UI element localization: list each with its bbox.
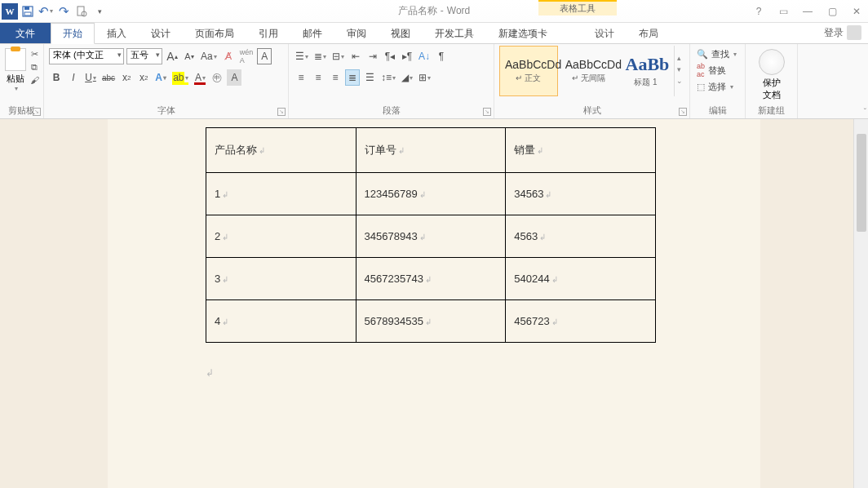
- tab-design[interactable]: 设计: [139, 23, 183, 43]
- cut-button[interactable]: ✂: [28, 48, 41, 60]
- style-normal[interactable]: AaBbCcDd ↵ 正文: [499, 46, 558, 96]
- paste-button[interactable]: 粘贴 ▾: [5, 47, 26, 104]
- tab-home[interactable]: 开始: [51, 23, 95, 44]
- styles-gallery-more[interactable]: ▴▾⌄: [674, 46, 685, 96]
- table-cell[interactable]: 345678943↲: [356, 215, 506, 258]
- table-row[interactable]: 2↲ 345678943↲ 4563↲: [206, 215, 656, 258]
- minimize-button[interactable]: —: [796, 3, 819, 20]
- tab-view[interactable]: 视图: [379, 23, 423, 43]
- bullets-button[interactable]: ☰▾: [294, 48, 310, 64]
- tab-table-design[interactable]: 设计: [582, 23, 627, 43]
- qat-more-button[interactable]: ▾: [91, 3, 108, 20]
- style-heading1[interactable]: AaBb 标题 1: [620, 46, 672, 96]
- table-row[interactable]: 4↲ 5678934535↲ 456723↲: [206, 300, 656, 343]
- table-cell[interactable]: 34563↲: [506, 173, 656, 215]
- font-dialog-launcher[interactable]: ↘: [277, 108, 286, 116]
- table-cell[interactable]: 456723↲: [506, 300, 656, 343]
- table-cell[interactable]: 2↲: [206, 215, 356, 258]
- table-row[interactable]: 产品名称↲ 订单号↲ 销量↲: [206, 128, 656, 173]
- font-size-select[interactable]: 五号: [126, 48, 162, 64]
- save-button[interactable]: [20, 3, 36, 20]
- page[interactable]: 产品名称↲ 订单号↲ 销量↲ 1↲ 123456789↲ 34563↲ 2↲ 3…: [108, 119, 760, 488]
- tab-developer[interactable]: 开发工具: [423, 23, 486, 43]
- protect-doc-button[interactable]: [759, 49, 785, 75]
- format-painter-button[interactable]: 🖌: [28, 74, 41, 86]
- char-shading-button[interactable]: A: [227, 69, 241, 86]
- table-cell[interactable]: 5678934535↲: [356, 300, 506, 343]
- highlight-button[interactable]: ab▾: [170, 69, 190, 86]
- char-border-button[interactable]: A: [257, 48, 272, 64]
- tab-file[interactable]: 文件: [0, 23, 51, 43]
- redo-button[interactable]: ↷: [55, 3, 72, 20]
- table-cell[interactable]: 1↲: [206, 173, 356, 215]
- table-cell[interactable]: 3↲: [206, 258, 356, 300]
- distribute-button[interactable]: ☰: [362, 69, 377, 86]
- multilevel-button[interactable]: ⊟▾: [330, 48, 346, 64]
- shading-button[interactable]: ◢▾: [400, 69, 414, 86]
- underline-button[interactable]: U▾: [83, 69, 98, 86]
- align-right-button[interactable]: ≡: [328, 69, 343, 86]
- table-cell[interactable]: 订单号↲: [356, 128, 506, 173]
- close-button[interactable]: ✕: [845, 3, 868, 20]
- font-family-select[interactable]: 宋体 (中文正: [49, 48, 124, 64]
- document-table[interactable]: 产品名称↲ 订单号↲ 销量↲ 1↲ 123456789↲ 34563↲ 2↲ 3…: [206, 127, 656, 343]
- select-button[interactable]: ⬚选择▾: [695, 78, 740, 95]
- style-nospacing[interactable]: AaBbCcDd ↵ 无间隔: [560, 46, 618, 96]
- tab-mailings[interactable]: 邮件: [290, 23, 334, 43]
- paragraph-dialog-launcher[interactable]: ↘: [483, 108, 491, 116]
- table-cell[interactable]: 4567235743↲: [356, 258, 506, 300]
- font-color-button[interactable]: A▾: [193, 69, 207, 86]
- undo-button[interactable]: ↶▾: [38, 3, 54, 20]
- italic-button[interactable]: I: [66, 69, 81, 86]
- table-cell[interactable]: 4563↲: [506, 215, 656, 258]
- tab-references[interactable]: 引用: [246, 23, 290, 43]
- line-spacing-button[interactable]: ↕≡▾: [379, 69, 397, 86]
- clear-format-button[interactable]: A̸: [221, 48, 236, 64]
- superscript-button[interactable]: x2: [136, 69, 151, 86]
- rtl-button[interactable]: ▸¶: [400, 48, 414, 64]
- tab-review[interactable]: 审阅: [334, 23, 379, 43]
- copy-button[interactable]: ⧉: [28, 61, 41, 73]
- help-button[interactable]: ?: [747, 3, 770, 20]
- align-left-button[interactable]: ≡: [294, 69, 308, 86]
- document-area[interactable]: 产品名称↲ 订单号↲ 销量↲ 1↲ 123456789↲ 34563↲ 2↲ 3…: [0, 119, 868, 488]
- text-effects-button[interactable]: A▾: [153, 69, 168, 86]
- decrease-indent-button[interactable]: ⇤: [348, 48, 363, 64]
- styles-dialog-launcher[interactable]: ↘: [679, 108, 687, 116]
- bold-button[interactable]: B: [49, 69, 64, 86]
- grow-font-button[interactable]: A▴: [165, 48, 179, 64]
- replace-button[interactable]: abac替换: [695, 62, 740, 78]
- sort-button[interactable]: A↓: [417, 48, 432, 64]
- table-cell[interactable]: 4↲: [206, 300, 356, 343]
- numbering-button[interactable]: ≣▾: [312, 48, 328, 64]
- table-row[interactable]: 1↲ 123456789↲ 34563↲: [206, 173, 656, 215]
- restore-button[interactable]: ▢: [821, 3, 844, 20]
- vertical-scrollbar[interactable]: [853, 119, 868, 488]
- justify-button[interactable]: ≣: [345, 69, 360, 86]
- ltr-button[interactable]: ¶◂: [383, 48, 397, 64]
- find-button[interactable]: 🔍查找▾: [695, 46, 740, 62]
- tab-insert[interactable]: 插入: [95, 23, 139, 43]
- strike-button[interactable]: abc: [100, 69, 117, 86]
- table-cell[interactable]: 540244↲: [506, 258, 656, 300]
- print-preview-button[interactable]: [73, 3, 90, 20]
- enclosed-char-button[interactable]: ㊥: [210, 69, 224, 86]
- table-cell[interactable]: 123456789↲: [356, 173, 506, 215]
- tab-custom[interactable]: 新建选项卡: [486, 23, 560, 43]
- borders-button[interactable]: ⊞▾: [417, 69, 432, 86]
- table-cell[interactable]: 销量↲: [506, 128, 656, 173]
- align-center-button[interactable]: ≡: [311, 69, 326, 86]
- clipboard-dialog-launcher[interactable]: ↘: [33, 108, 41, 116]
- table-cell[interactable]: 产品名称↲: [206, 128, 356, 173]
- tab-table-layout[interactable]: 布局: [627, 23, 671, 43]
- show-marks-button[interactable]: ¶: [434, 48, 449, 64]
- change-case-button[interactable]: Aa▾: [199, 48, 219, 64]
- table-row[interactable]: 3↲ 4567235743↲ 540244↲: [206, 258, 656, 300]
- ribbon-options-button[interactable]: ▭: [772, 3, 795, 20]
- tab-layout[interactable]: 页面布局: [183, 23, 246, 43]
- subscript-button[interactable]: x2: [119, 69, 134, 86]
- collapse-ribbon-button[interactable]: ˇ: [864, 108, 866, 117]
- scrollbar-thumb[interactable]: [857, 134, 866, 232]
- login-area[interactable]: 登录: [824, 25, 861, 40]
- increase-indent-button[interactable]: ⇥: [365, 48, 380, 64]
